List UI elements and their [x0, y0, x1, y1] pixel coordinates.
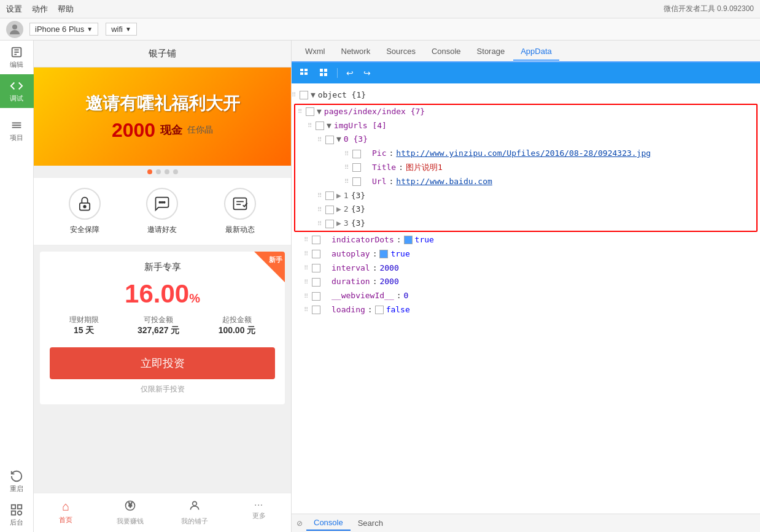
tree-row-url: ⠿ Url : http://www.baidu.com [295, 175, 756, 189]
tree-row-item3: ⠿ ▶ 3 {3} [295, 217, 756, 231]
sidebar-item-debug[interactable]: 调试 [0, 74, 34, 108]
checkbox-webviewid[interactable] [312, 292, 320, 301]
autoplay-value: true [390, 248, 409, 261]
item3-bracket: {3} [351, 217, 365, 230]
tab-storage[interactable]: Storage [470, 43, 513, 61]
console-tab-console[interactable]: Console [306, 515, 351, 531]
dot-0 [147, 169, 152, 174]
toggle-imgurls[interactable]: ▼ [327, 120, 332, 133]
duration-value: 2000 [379, 276, 398, 288]
icon-news[interactable]: 最新动态 [224, 188, 256, 235]
avatar [6, 21, 23, 38]
menu-settings[interactable]: 设置 [6, 4, 22, 15]
svg-point-13 [83, 206, 86, 208]
url-value[interactable]: http://www.baidu.com [396, 175, 492, 188]
menu-left: 设置 动作 帮助 [6, 4, 74, 15]
checkbox-autoplay[interactable] [312, 250, 320, 258]
drag-handle-item0: ⠿ [317, 135, 320, 145]
toolbar-sep-1 [337, 68, 338, 78]
drag-handle-pages: ⠿ [298, 107, 301, 117]
index2: 2 [344, 203, 349, 216]
checkbox-item1[interactable] [325, 191, 334, 200]
duration-colon: : [373, 276, 378, 288]
pic-colon: : [389, 147, 394, 160]
tab-appdata[interactable]: AppData [513, 43, 559, 61]
device-selector[interactable]: iPhone 6 Plus ▼ [29, 23, 98, 36]
menu-help[interactable]: 帮助 [58, 4, 74, 15]
stat-amount-value: 327,627 元 [138, 325, 180, 336]
nav-home[interactable]: ⌂ 首页 [34, 497, 98, 528]
indicatordots-checkbox [404, 236, 413, 244]
checkbox-item0[interactable] [325, 136, 334, 144]
checkbox-duration[interactable] [312, 278, 320, 287]
icons-row: 安全保障 邀请好友 [34, 178, 291, 245]
checkbox-url[interactable] [352, 177, 361, 186]
network-selector[interactable]: wifi ▼ [106, 23, 137, 36]
tab-network[interactable]: Network [334, 43, 378, 61]
invest-button[interactable]: 立即投资 [50, 347, 275, 379]
toolbar-collapse-btn[interactable] [316, 66, 331, 80]
autoplay-key: autoplay [332, 248, 370, 261]
nav-more[interactable]: ··· 更多 [227, 497, 291, 528]
toggle-item1[interactable]: ▶ [336, 190, 341, 202]
item2-bracket: {3} [351, 203, 365, 216]
console-tab-search[interactable]: Search [351, 516, 390, 530]
checkbox-title[interactable] [352, 163, 361, 172]
toggle-item3[interactable]: ▶ [336, 217, 341, 230]
svg-point-16 [164, 202, 165, 203]
url-colon: : [389, 175, 394, 188]
network-dropdown-arrow: ▼ [125, 26, 131, 33]
left-sidebar: 编辑 调试 项目 重启 [0, 40, 34, 532]
sidebar-item-editor[interactable]: 编辑 [0, 40, 34, 74]
icon-invite[interactable]: 邀请好友 [146, 188, 178, 235]
tab-sources[interactable]: Sources [379, 43, 423, 61]
svg-point-22 [193, 501, 197, 506]
sidebar-item-restart[interactable]: 重启 [0, 465, 34, 498]
toolbar-redo-btn[interactable]: ↪ [361, 67, 373, 79]
checkbox-imgurls[interactable] [316, 121, 324, 130]
index1: 1 [344, 190, 349, 202]
toggle-item0[interactable]: ▼ [336, 133, 341, 146]
checkbox-item3[interactable] [325, 220, 334, 228]
pic-value[interactable]: http://www.yinzipu.com/Upfiles/2016/08-2… [396, 147, 651, 160]
checkbox-loading[interactable] [312, 306, 320, 314]
sidebar-item-project[interactable]: 项目 [0, 114, 34, 147]
devtools-tabs: Wxml Network Sources Console Storage App… [292, 40, 760, 63]
tree-row-indicatordots: ⠿ indicatorDots : true [292, 233, 760, 247]
tree-row-interval: ⠿ interval : 2000 [292, 261, 760, 276]
tab-wxml[interactable]: Wxml [298, 43, 333, 61]
svg-point-0 [12, 25, 17, 29]
app-title: 微信开发者工具 0.9.092300 [664, 4, 754, 14]
svg-point-14 [160, 202, 161, 203]
sidebar-item-backend[interactable]: 后台 [0, 498, 34, 532]
checkbox-root[interactable] [300, 91, 308, 99]
drag-handle-webviewid: ⠿ [304, 291, 307, 301]
tree-view: ⠿ ▼ object {1} ⠿ ▼ pages/index/index {7}… [292, 83, 760, 514]
phone-header: 银子铺 [34, 40, 291, 67]
nav-earn[interactable]: ¥ 我要赚钱 [98, 497, 163, 528]
toolbar-undo-btn[interactable]: ↩ [344, 67, 356, 79]
drag-handle-indicatordots: ⠿ [304, 235, 307, 245]
checkbox-interval[interactable] [312, 264, 320, 272]
tree-row-root: ⠿ ▼ object {1} [292, 88, 760, 102]
checkbox-pages[interactable] [306, 107, 314, 116]
toggle-pages[interactable]: ▼ [317, 106, 322, 118]
devtools-panel: Wxml Network Sources Console Storage App… [292, 40, 760, 532]
checkbox-indicatordots[interactable] [312, 236, 320, 244]
toolbar-expand-btn[interactable] [297, 66, 311, 80]
dot-3 [173, 169, 178, 174]
toggle-root[interactable]: ▼ [311, 89, 316, 102]
indicatordots-colon: : [397, 234, 401, 247]
device-toolbar: iPhone 6 Plus ▼ wifi ▼ [0, 18, 760, 40]
nav-mystore[interactable]: 我的铺子 [163, 497, 227, 528]
tab-console[interactable]: Console [424, 43, 468, 61]
autoplay-checkbox [379, 250, 388, 258]
checkbox-pic[interactable] [352, 150, 361, 158]
svg-point-11 [18, 511, 21, 515]
svg-text:¥: ¥ [128, 502, 133, 509]
icon-security[interactable]: 安全保障 [69, 188, 101, 235]
menu-actions[interactable]: 动作 [32, 4, 48, 15]
loading-checkbox [375, 306, 384, 314]
checkbox-item2[interactable] [325, 206, 334, 214]
toggle-item2[interactable]: ▶ [336, 203, 341, 216]
